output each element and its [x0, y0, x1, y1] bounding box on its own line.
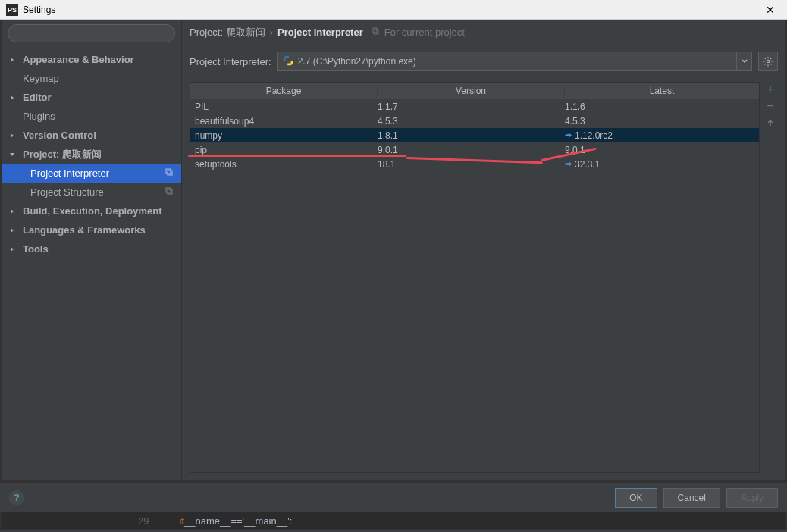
sidebar-item-label: Languages & Frameworks — [23, 224, 181, 236]
table-row[interactable]: PIL1.1.71.1.6 — [190, 99, 759, 114]
tree-arrow-icon — [9, 152, 18, 158]
app-icon: PS — [6, 4, 18, 16]
ok-button[interactable]: OK — [615, 488, 657, 508]
sidebar-item-version-control[interactable]: Version Control — [2, 126, 181, 145]
cell-latest: ➡32.3.1 — [565, 159, 759, 170]
table-row[interactable]: setuptools18.1➡32.3.1 — [190, 157, 759, 171]
sidebar-item-build-execution-deployment[interactable]: Build, Execution, Deployment — [2, 202, 181, 221]
copy-icon — [371, 27, 380, 38]
svg-rect-6 — [372, 28, 377, 33]
table-row[interactable]: beautifulsoup44.5.34.5.3 — [190, 114, 759, 128]
sidebar-item-label: Project: 爬取新闻 — [23, 148, 181, 161]
sidebar-item-label: Tools — [23, 243, 181, 255]
sidebar: Appearance & BehaviorKeymapEditorPlugins… — [2, 20, 182, 480]
interpreter-select[interactable]: 2.7 (C:\Python27\python.exe) — [277, 52, 752, 71]
copy-icon — [165, 167, 174, 179]
cell-latest: 4.5.3 — [565, 116, 759, 127]
gear-icon — [763, 56, 773, 67]
sidebar-item-label: Appearance & Behavior — [23, 54, 181, 65]
tree-arrow-icon — [9, 133, 18, 139]
breadcrumb-page: Project Interpreter — [277, 27, 363, 38]
upgrade-package-button[interactable] — [763, 115, 778, 130]
tree-arrow-icon — [9, 227, 18, 233]
sidebar-item-label: Keymap — [23, 73, 181, 84]
dialog-footer: ? OK Cancel Apply — [0, 482, 787, 512]
svg-point-8 — [767, 60, 770, 63]
interpreter-value: 2.7 (C:\Python27\python.exe) — [298, 56, 416, 67]
column-latest[interactable]: Latest — [565, 86, 759, 96]
cell-latest: 1.1.6 — [565, 102, 759, 112]
sidebar-item-languages-frameworks[interactable]: Languages & Frameworks — [2, 221, 181, 239]
settings-tree: Appearance & BehaviorKeymapEditorPlugins… — [2, 47, 181, 480]
search-input[interactable] — [8, 24, 175, 42]
sidebar-item-tools[interactable]: Tools — [2, 239, 181, 258]
cell-version: 9.0.1 — [378, 145, 565, 155]
titlebar: PS Settings ✕ — [0, 0, 787, 20]
svg-rect-4 — [166, 188, 171, 192]
copy-icon — [165, 186, 174, 198]
sidebar-item-label: Plugins — [23, 111, 181, 122]
sidebar-item-label: Project Structure — [30, 186, 165, 198]
breadcrumb: Project: 爬取新闻 › Project Interpreter For … — [182, 20, 785, 45]
svg-rect-3 — [168, 171, 172, 175]
cell-latest: 9.0.1 — [565, 145, 759, 155]
tree-arrow-icon — [9, 57, 18, 63]
cell-package: numpy — [195, 130, 378, 141]
sidebar-item-label: Project Interpreter — [30, 167, 165, 179]
packages-table: Package Version Latest PIL1.1.71.1.6beau… — [190, 82, 760, 473]
table-row[interactable]: numpy1.8.1➡1.12.0rc2 — [190, 128, 759, 142]
cell-version: 4.5.3 — [378, 116, 565, 127]
sidebar-item-keymap[interactable]: Keymap — [2, 69, 181, 88]
window-title: Settings — [23, 5, 55, 15]
breadcrumb-separator: › — [270, 27, 273, 38]
sidebar-item-label: Build, Execution, Deployment — [23, 205, 181, 217]
remove-package-button[interactable]: − — [763, 99, 778, 114]
update-arrow-icon: ➡ — [565, 159, 572, 169]
close-icon[interactable]: ✕ — [760, 2, 781, 17]
table-row[interactable]: pip9.0.19.0.1 — [190, 142, 759, 157]
cell-version: 18.1 — [378, 159, 565, 170]
cell-package: pip — [195, 145, 378, 155]
sidebar-item-label: Version Control — [23, 130, 181, 141]
cell-package: beautifulsoup4 — [195, 116, 378, 127]
cancel-button[interactable]: Cancel — [663, 488, 720, 508]
svg-rect-7 — [374, 30, 378, 34]
sidebar-item-project-[interactable]: Project: 爬取新闻 — [2, 145, 181, 164]
sidebar-item-plugins[interactable]: Plugins — [2, 107, 181, 126]
cell-latest: ➡1.12.0rc2 — [565, 130, 759, 141]
column-version[interactable]: Version — [378, 86, 565, 96]
chevron-down-icon[interactable] — [736, 52, 751, 70]
svg-rect-5 — [168, 189, 172, 194]
python-icon — [283, 55, 293, 68]
cell-package: PIL — [195, 102, 378, 112]
tree-arrow-icon — [9, 208, 18, 214]
interpreter-label: Project Interpreter: — [190, 56, 271, 67]
help-button[interactable]: ? — [9, 490, 24, 505]
breadcrumb-hint: For current project — [384, 27, 465, 38]
column-package[interactable]: Package — [190, 86, 378, 96]
update-arrow-icon: ➡ — [565, 130, 572, 140]
sidebar-item-project-structure[interactable]: Project Structure — [2, 183, 181, 202]
cell-package: setuptools — [195, 159, 378, 170]
sidebar-item-label: Editor — [23, 92, 181, 103]
cell-version: 1.8.1 — [378, 130, 565, 141]
breadcrumb-project[interactable]: Project: 爬取新闻 — [190, 26, 265, 39]
gear-button[interactable] — [758, 52, 778, 71]
sidebar-item-appearance-behavior[interactable]: Appearance & Behavior — [2, 50, 181, 69]
cell-version: 1.1.7 — [378, 102, 565, 112]
line-number: 29 — [138, 515, 149, 527]
sidebar-item-editor[interactable]: Editor — [2, 88, 181, 107]
apply-button[interactable]: Apply — [726, 488, 778, 508]
add-package-button[interactable]: + — [763, 82, 778, 97]
tree-arrow-icon — [9, 246, 18, 252]
sidebar-item-project-interpreter[interactable]: Project Interpreter — [2, 164, 181, 183]
editor-background: 29 if __name__ == '__main__': — [0, 512, 787, 530]
svg-rect-2 — [166, 169, 171, 174]
tree-arrow-icon — [9, 95, 18, 101]
